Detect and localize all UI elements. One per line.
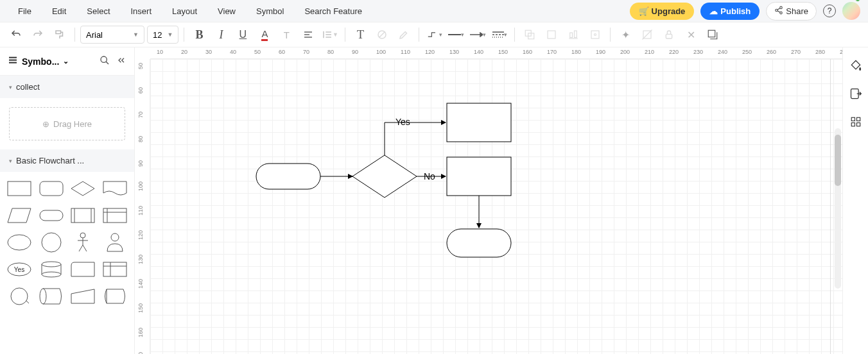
text-tool-button[interactable]: T <box>351 25 370 44</box>
highlight-button[interactable] <box>394 25 413 44</box>
font-color-button[interactable]: A <box>255 25 274 44</box>
ruler-tick: 60 <box>137 87 144 94</box>
menu-file[interactable]: File <box>8 6 42 16</box>
size-value: 12 <box>153 30 162 40</box>
menu-select[interactable]: Select <box>76 6 120 16</box>
ruler-tick: 20 <box>181 49 187 55</box>
flow-process-no[interactable] <box>447 157 511 196</box>
ruler-tick: 50 <box>254 49 261 55</box>
flow-end[interactable] <box>447 229 511 257</box>
svg-rect-21 <box>548 31 555 38</box>
flow-start[interactable] <box>256 164 320 189</box>
bold-button[interactable]: B <box>189 25 209 44</box>
avatar[interactable] <box>842 2 860 20</box>
ruler-tick: 270 <box>791 49 801 55</box>
upgrade-button[interactable]: 🛒 Upgrade <box>630 3 695 20</box>
flow-process-yes[interactable] <box>447 103 511 142</box>
flow-edge-yes[interactable] <box>385 122 446 155</box>
shape-internal-storage[interactable] <box>101 204 129 227</box>
flowchart[interactable]: Yes No <box>150 59 831 354</box>
svg-point-2 <box>780 12 783 14</box>
shape-parallelogram[interactable] <box>5 204 33 227</box>
grid-icon[interactable] <box>848 114 864 130</box>
fill-tool-icon[interactable] <box>848 58 864 73</box>
format-painter-button[interactable] <box>50 25 69 44</box>
crop-button[interactable] <box>638 25 657 44</box>
shape-user[interactable] <box>101 231 129 254</box>
italic-button[interactable]: I <box>211 25 230 44</box>
chevron-down-icon: ▼ <box>167 31 173 38</box>
shape-manual-input[interactable] <box>69 285 98 308</box>
section-collect[interactable]: ▾ collect <box>0 76 134 98</box>
menu-layout[interactable]: Layout <box>162 6 207 16</box>
shape-connector-circle[interactable] <box>5 285 33 308</box>
menu-symbol[interactable]: Symbol <box>246 6 294 16</box>
ruler-tick: 240 <box>718 49 727 55</box>
shape-cylinder-h[interactable] <box>37 285 65 308</box>
shape-rectangle[interactable] <box>5 177 33 200</box>
ungroup-button[interactable] <box>542 25 561 44</box>
lock-button[interactable] <box>659 25 679 44</box>
canvas[interactable]: Yes No <box>150 59 842 354</box>
line-style-button[interactable]: ▾ <box>446 25 465 44</box>
scrollbar-thumb[interactable] <box>835 135 841 186</box>
spacing-button[interactable]: ▼ <box>320 25 340 44</box>
publish-button[interactable]: ☁ Publish <box>700 3 759 20</box>
share-button[interactable]: Share <box>766 2 817 21</box>
search-icon[interactable] <box>100 55 110 67</box>
shape-predefined[interactable] <box>69 204 98 227</box>
shape-card[interactable] <box>69 258 98 281</box>
export-icon[interactable] <box>848 86 864 101</box>
ruler-tick: 70 <box>303 49 309 55</box>
flow-label-yes: Yes <box>395 117 410 127</box>
distribute-button[interactable] <box>586 25 605 44</box>
menu-search-feature[interactable]: Search Feature <box>294 6 372 16</box>
collapse-panel-icon[interactable] <box>116 55 126 67</box>
section-basic-flowchart[interactable]: ▾ Basic Flowchart ... <box>0 149 134 172</box>
svg-point-47 <box>8 235 31 250</box>
no-fill-button[interactable] <box>372 25 392 44</box>
text-style-button[interactable]: T <box>277 25 296 44</box>
shape-display[interactable] <box>101 285 129 308</box>
ruler-tick: 180 <box>571 49 581 55</box>
undo-button[interactable] <box>6 25 26 44</box>
svg-line-52 <box>79 245 83 251</box>
shape-yes-badge[interactable]: Yes <box>5 258 33 281</box>
expand-icon[interactable]: ⌄ <box>63 57 69 65</box>
shape-ellipse[interactable] <box>5 231 33 254</box>
layers-button[interactable] <box>703 25 722 44</box>
menu-insert[interactable]: Insert <box>121 6 162 16</box>
menu-view[interactable]: View <box>207 6 246 16</box>
effects-button[interactable]: ✦ <box>616 25 635 44</box>
connector-style-button[interactable]: ▾ <box>424 25 444 44</box>
shape-rounded-rect[interactable] <box>37 177 65 200</box>
chevron-down-icon: ▾ <box>9 84 12 90</box>
menu-edit[interactable]: Edit <box>42 6 76 16</box>
shape-document[interactable] <box>101 177 129 200</box>
ruler-tick: 70 <box>137 112 144 118</box>
shape-terminator[interactable] <box>37 204 65 227</box>
font-select[interactable]: Arial ▼ <box>80 26 144 44</box>
scrollbar-vertical[interactable] <box>835 128 841 289</box>
align-button[interactable] <box>299 25 318 44</box>
underline-button[interactable]: U <box>233 25 252 44</box>
ruler-tick: 50 <box>137 63 144 69</box>
help-icon[interactable]: ? <box>823 4 836 17</box>
group-button[interactable] <box>520 25 539 44</box>
tools-button[interactable]: ✕ <box>681 25 700 44</box>
arrow-style-button[interactable]: ▾ <box>468 25 487 44</box>
redo-button[interactable] <box>28 25 48 44</box>
flow-decision[interactable] <box>352 155 417 198</box>
svg-marker-38 <box>71 181 94 196</box>
shape-circle[interactable] <box>37 231 65 254</box>
drag-zone[interactable]: ⊕ Drag Here <box>9 107 125 140</box>
shape-person[interactable] <box>69 231 98 254</box>
font-size-select[interactable]: 12 ▼ <box>147 26 178 44</box>
cart-icon: 🛒 <box>639 6 649 16</box>
line-pattern-button[interactable]: ▾ <box>490 25 509 44</box>
shape-table[interactable] <box>101 258 129 281</box>
align-objects-button[interactable] <box>564 25 583 44</box>
shape-diamond[interactable] <box>69 177 98 200</box>
shape-cylinder-v[interactable] <box>37 258 65 281</box>
ruler-tick: 140 <box>137 279 144 289</box>
